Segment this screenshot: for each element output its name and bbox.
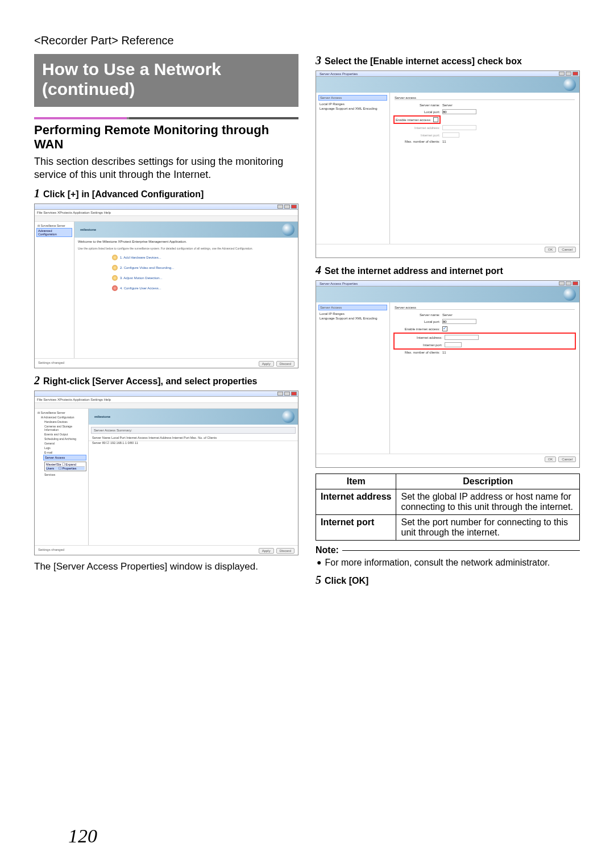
dialog-form: Server access Server name:Server Local p… bbox=[390, 302, 579, 454]
subheading: Performing Remote Monitoring through WAN bbox=[34, 123, 298, 152]
context-menu: Master/Sla ☐ Expand Users ☐ Properties bbox=[44, 462, 86, 471]
tree-item-advanced-config: Advanced Configuration bbox=[36, 228, 72, 237]
form-group-title: Server access bbox=[395, 96, 575, 100]
label-local-port: Local port: bbox=[395, 110, 440, 114]
sidebar-item-server-access: Server Access bbox=[318, 305, 387, 310]
step-number: 2 bbox=[34, 374, 40, 387]
table-header-row: Item Description bbox=[316, 474, 580, 489]
minimize-icon bbox=[559, 72, 565, 76]
label-server-name: Server name: bbox=[395, 313, 440, 317]
screenshot-3: Server Access Properties Server Access L… bbox=[316, 70, 580, 258]
input-internet-port bbox=[442, 132, 459, 138]
label-enable-internet: Enable internet access: bbox=[396, 118, 431, 122]
logo-icon bbox=[282, 410, 294, 423]
main-title-block: How to Use a Network (continued) bbox=[34, 54, 298, 107]
banner: milestone bbox=[74, 222, 298, 238]
logo-icon bbox=[563, 78, 576, 91]
value-server-name: Server bbox=[442, 103, 453, 107]
input-internet-address bbox=[442, 125, 476, 130]
label-server-name: Server name: bbox=[395, 103, 440, 107]
step-5: 5 Click [OK] bbox=[316, 574, 580, 587]
bullet-icon: ● bbox=[317, 558, 321, 568]
screenshot-2: File Services XProtects Application Sett… bbox=[34, 391, 298, 555]
summary-row: Server 80 ☑ 192.168.1.1 0/80 11 bbox=[89, 441, 298, 446]
table-row: Internet address Set the global IP addre… bbox=[316, 489, 580, 515]
step-text: Right-click [Server Access], and select … bbox=[43, 376, 298, 387]
screenshot-1: File Services XProtects Application Sett… bbox=[34, 203, 298, 368]
brand-label: milestone bbox=[94, 415, 110, 418]
tree-sidebar: ⊟ Surveillance Server ⊟ Advanced Configu… bbox=[35, 409, 89, 545]
dialog-form: Server access Server name:Server Local p… bbox=[390, 93, 579, 244]
step-number: 4 bbox=[316, 264, 321, 277]
footer-label: Settings changed bbox=[38, 361, 64, 367]
footer-label: Settings changed bbox=[38, 548, 64, 554]
step-text: Click [OK] bbox=[325, 576, 580, 586]
discard-button: Discard bbox=[276, 361, 294, 367]
value-max-clients: 11 bbox=[442, 140, 446, 143]
tree-item: ⊟ Surveillance Server bbox=[36, 223, 72, 228]
footer-bar: Settings changed Apply Discard bbox=[35, 545, 298, 556]
summary-title: Server Access Summary: bbox=[91, 427, 296, 434]
step-3: 3 Select the [Enable internet access] ch… bbox=[316, 54, 580, 67]
label-max-clients: Max. number of clients: bbox=[395, 351, 440, 354]
note-label: Note: bbox=[316, 545, 339, 555]
toolbar bbox=[35, 216, 298, 222]
toolbar bbox=[35, 403, 298, 409]
input-internet-port bbox=[445, 342, 462, 347]
ok-button: OK bbox=[545, 456, 557, 462]
main-panel: milestone Server Access Summary: Server … bbox=[89, 409, 298, 545]
window-titlebar bbox=[35, 391, 298, 397]
dialog-sidebar: Server Access Local IP Ranges Language S… bbox=[316, 93, 390, 244]
maximize-icon bbox=[566, 72, 571, 76]
left-column: How to Use a Network (continued) Perform… bbox=[34, 54, 298, 590]
settings-table: Item Description Internet address Set th… bbox=[316, 474, 580, 541]
wizard-icon bbox=[112, 285, 118, 291]
label-internet-port: Internet port: bbox=[397, 343, 442, 347]
wizard-icon bbox=[112, 265, 118, 271]
close-icon bbox=[291, 205, 297, 209]
table-header-desc: Description bbox=[396, 474, 580, 489]
dialog-title: Server Access Properties bbox=[317, 282, 358, 285]
link-label: 4. Configure User Access... bbox=[120, 286, 161, 290]
wizard-link-2: 2. Configure Video and Recording... bbox=[112, 265, 294, 271]
wizard-link-4: 4. Configure User Access... bbox=[112, 285, 294, 291]
sidebar-item-language: Language Support and XML Encoding bbox=[318, 316, 387, 321]
sidebar-item-server-access: Server Access bbox=[318, 95, 387, 101]
summary-headers: Server Name Local Port Internet Access I… bbox=[89, 436, 298, 441]
minimize-icon bbox=[559, 281, 565, 285]
sidebar-item-ip-ranges: Local IP Ranges bbox=[318, 102, 387, 106]
label-internet-port: Internet port: bbox=[395, 134, 440, 137]
screenshot-4: Server Access Properties Server Access L… bbox=[316, 280, 580, 468]
tree-item-server-access: Server Access bbox=[43, 455, 86, 460]
step-text: Click [+] in [Advanced Configuration] bbox=[43, 189, 298, 200]
sidebar-item-ip-ranges: Local IP Ranges bbox=[318, 312, 387, 316]
link-label: 2. Configure Video and Recording... bbox=[120, 266, 174, 269]
tree-sidebar: ⊟ Surveillance Server Advanced Configura… bbox=[35, 222, 74, 358]
step-number: 1 bbox=[34, 187, 40, 200]
table-cell-item: Internet address bbox=[316, 489, 396, 515]
close-icon bbox=[572, 72, 578, 76]
brand-label: milestone bbox=[80, 228, 96, 231]
dialog-titlebar: Server Access Properties bbox=[316, 281, 579, 286]
sidebar-item-language: Language Support and XML Encoding bbox=[318, 106, 387, 111]
apply-button: Apply bbox=[259, 548, 274, 554]
table-cell-item: Internet port bbox=[316, 515, 396, 541]
form-group-title: Server access bbox=[395, 306, 575, 310]
minimize-icon bbox=[277, 205, 283, 209]
value-server-name: Server bbox=[442, 313, 453, 317]
wizard-icon bbox=[112, 255, 118, 260]
window-titlebar bbox=[35, 204, 298, 210]
breadcrumb: <Recorder Part> Reference bbox=[34, 34, 580, 47]
note-header: Note: bbox=[316, 545, 580, 555]
step-2: 2 Right-click [Server Access], and selec… bbox=[34, 374, 298, 387]
wizard-link-3: 3. Adjust Motion Detection... bbox=[112, 275, 294, 281]
dialog-sidebar: Server Access Local IP Ranges Language S… bbox=[316, 302, 390, 454]
banner bbox=[316, 77, 579, 93]
maximize-icon bbox=[284, 392, 290, 396]
ok-button: OK bbox=[545, 247, 557, 252]
menu-bar: File Services XProtects Application Sett… bbox=[35, 210, 298, 216]
table-row: Internet port Set the port number for co… bbox=[316, 515, 580, 541]
banner: milestone bbox=[89, 409, 298, 425]
main-panel: milestone Welcome to the Milestone XProt… bbox=[74, 222, 298, 358]
label-local-port: Local port: bbox=[395, 320, 440, 323]
